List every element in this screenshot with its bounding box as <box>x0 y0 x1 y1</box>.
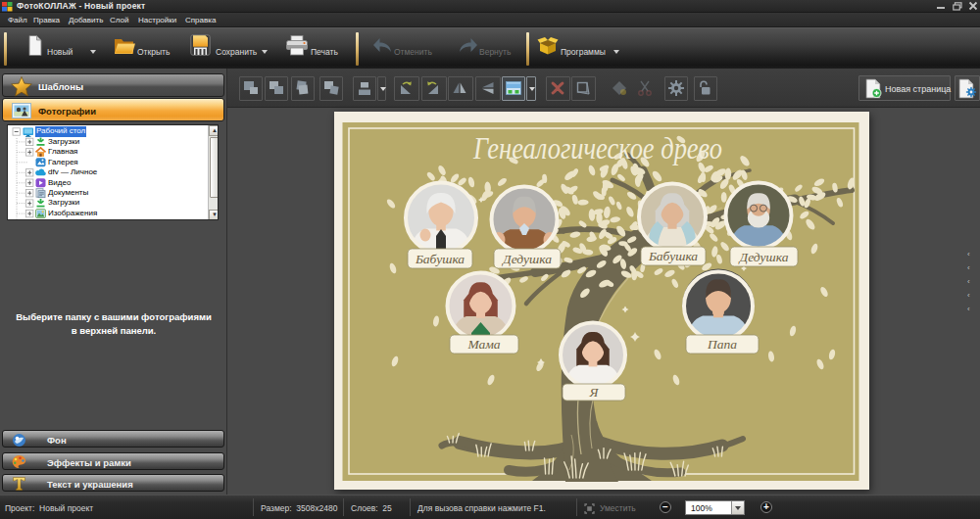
svg-text:Дедушка: Дедушка <box>501 252 552 266</box>
svg-text:Бабушка: Бабушка <box>648 249 698 263</box>
svg-text:Бабушка: Бабушка <box>415 252 465 266</box>
svg-text:Мама: Мама <box>466 337 500 352</box>
svg-text:Генеалогическое древо: Генеалогическое древо <box>472 130 722 165</box>
svg-text:Дедушка: Дедушка <box>738 250 789 264</box>
svg-text:Я: Я <box>589 385 600 400</box>
svg-text:Папа: Папа <box>707 337 737 352</box>
